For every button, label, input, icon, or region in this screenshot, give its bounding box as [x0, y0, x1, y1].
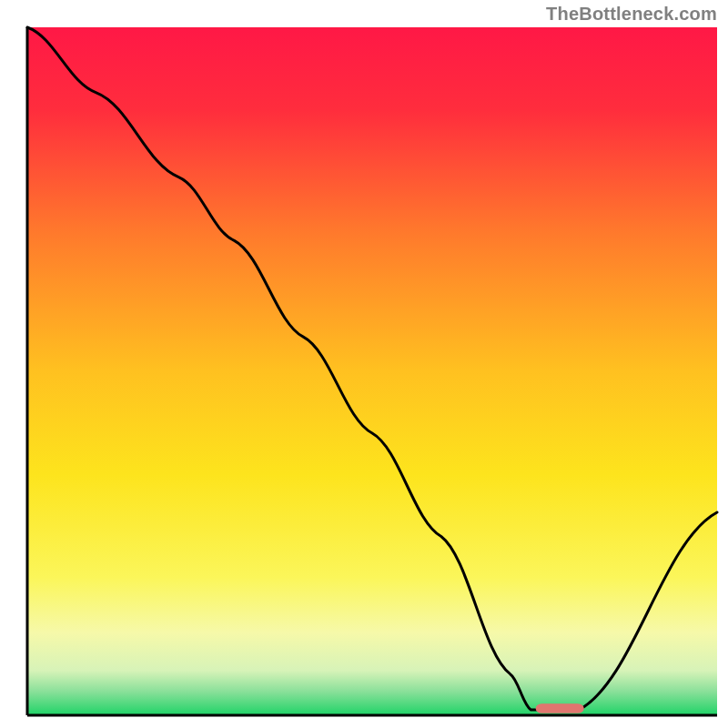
- watermark-text: TheBottleneck.com: [546, 4, 717, 25]
- optimal-range-marker: [536, 703, 584, 713]
- gradient-plot-area: [27, 27, 717, 715]
- bottleneck-chart: [0, 0, 728, 728]
